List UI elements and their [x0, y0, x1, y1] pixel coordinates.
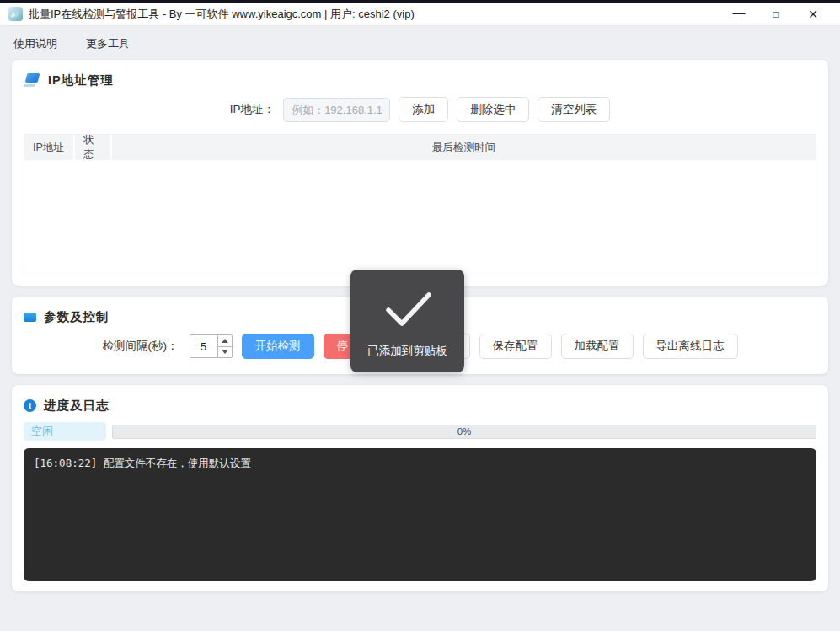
- log-output[interactable]: [16:08:22] 配置文件不存在，使用默认设置: [24, 448, 816, 581]
- ip-table-body[interactable]: [24, 160, 816, 275]
- ip-table: IP地址 状态 最后检测时间: [24, 134, 816, 275]
- save-config-button[interactable]: 保存配置: [479, 334, 552, 359]
- start-detect-button[interactable]: 开始检测: [242, 334, 314, 359]
- clipboard-toast: 已添加到剪贴板: [350, 270, 464, 372]
- progress-bar: 0%: [112, 425, 816, 439]
- ip-address-input[interactable]: [283, 98, 390, 122]
- progress-percent: 0%: [457, 426, 472, 436]
- log-line: [16:08:22] 配置文件不存在，使用默认设置: [34, 456, 806, 472]
- export-offline-log-button[interactable]: 导出离线日志: [643, 334, 738, 359]
- menu-item-more-tools[interactable]: 更多工具: [86, 36, 130, 51]
- window-controls: — □ ✕: [720, 3, 832, 25]
- progress-card-title: 进度及日志: [44, 398, 110, 414]
- ip-input-row: IP地址： 添加 删除选中 清空列表: [24, 97, 816, 122]
- status-badge: 空闲: [24, 422, 106, 441]
- status-row: 空闲 0%: [24, 422, 816, 441]
- params-card-title: 参数及控制: [44, 309, 110, 325]
- close-button[interactable]: ✕: [795, 3, 832, 25]
- minimize-icon: —: [733, 5, 746, 19]
- maximize-button[interactable]: □: [757, 3, 795, 25]
- interval-value: 5: [190, 335, 217, 357]
- monitor-icon: [24, 73, 40, 87]
- spinbox-arrows: [217, 335, 232, 357]
- interval-label: 检测间隔(秒)：: [103, 339, 179, 354]
- column-header-last-check[interactable]: 最后检测时间: [112, 135, 816, 160]
- window-title: 批量IP在线检测与警报工具 - By 一可软件 www.yikeaigc.com…: [29, 7, 415, 22]
- delete-selected-button[interactable]: 删除选中: [457, 97, 529, 122]
- info-icon: i: [24, 399, 36, 412]
- ip-card-header: IP地址管理: [24, 70, 816, 90]
- load-config-button[interactable]: 加载配置: [561, 334, 634, 359]
- column-header-status[interactable]: 状态: [75, 135, 112, 160]
- ip-management-card: IP地址管理 IP地址： 添加 删除选中 清空列表 IP地址 状态 最后检测时间: [12, 60, 828, 286]
- blue-square-icon: [24, 313, 36, 322]
- spinner-up-icon[interactable]: [218, 335, 232, 346]
- menu-item-usage[interactable]: 使用说明: [13, 36, 57, 51]
- toast-message: 已添加到剪贴板: [367, 344, 447, 359]
- progress-log-card: i 进度及日志 空闲 0% [16:08:22] 配置文件不存在，使用默认设置: [12, 385, 828, 591]
- progress-card-header: i 进度及日志: [24, 395, 816, 415]
- add-ip-button[interactable]: 添加: [399, 97, 448, 122]
- ip-card-title: IP地址管理: [48, 72, 114, 88]
- title-bar: 批量IP在线检测与警报工具 - By 一可软件 www.yikeaigc.com…: [0, 3, 840, 26]
- minimize-button[interactable]: —: [720, 3, 757, 25]
- ip-input-label: IP地址：: [230, 102, 275, 117]
- maximize-icon: □: [773, 8, 778, 20]
- menu-bar: 使用说明 更多工具: [0, 26, 840, 60]
- column-header-ip[interactable]: IP地址: [24, 135, 75, 160]
- interval-spinbox[interactable]: 5: [190, 334, 233, 358]
- spinner-down-icon[interactable]: [218, 346, 232, 358]
- check-icon: [378, 288, 437, 330]
- close-icon: ✕: [808, 8, 818, 21]
- clear-list-button[interactable]: 清空列表: [538, 97, 610, 122]
- app-icon: [8, 7, 23, 21]
- ip-table-header: IP地址 状态 最后检测时间: [24, 135, 816, 160]
